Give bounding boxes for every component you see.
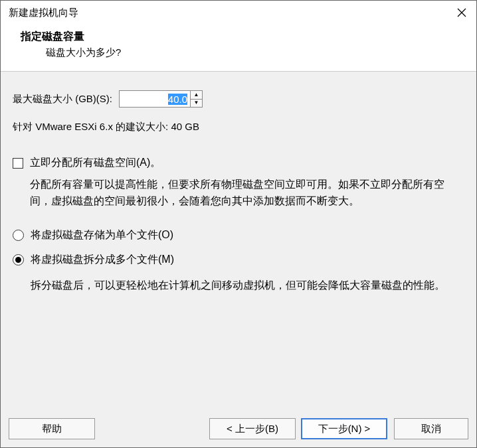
wizard-header: 指定磁盘容量 磁盘大小为多少? [1,25,476,72]
disk-size-row: 最大磁盘大小 (GB)(S): ▲ ▼ [13,90,464,108]
disk-size-spinner: ▲ ▼ [119,90,203,108]
radio-split-files-label: 将虚拟磁盘拆分成多个文件(M) [31,253,174,267]
header-subtitle: 磁盘大小为多少? [21,46,456,59]
wizard-footer: 帮助 < 上一步(B) 下一步(N) > 取消 [1,410,476,447]
close-icon [457,8,466,17]
spinner-buttons: ▲ ▼ [191,90,203,108]
cancel-button[interactable]: 取消 [394,418,468,439]
radio-single-file-row: 将虚拟磁盘存储为单个文件(O) [13,228,464,242]
header-title: 指定磁盘容量 [21,30,456,44]
radio-single-file[interactable] [13,230,24,241]
disk-size-label: 最大磁盘大小 (GB)(S): [13,93,112,106]
help-button[interactable]: 帮助 [9,418,95,439]
window-title: 新建虚拟机向导 [9,7,78,19]
radio-split-files-description: 拆分磁盘后，可以更轻松地在计算机之间移动虚拟机，但可能会降低大容量磁盘的性能。 [31,277,464,294]
allocate-now-checkbox[interactable] [13,158,23,169]
spinner-down-button[interactable]: ▼ [191,100,202,108]
recommended-size-text: 针对 VMware ESXi 6.x 的建议大小: 40 GB [13,121,464,133]
radio-single-file-label: 将虚拟磁盘存储为单个文件(O) [31,228,173,242]
titlebar: 新建虚拟机向导 [1,1,476,25]
back-button[interactable]: < 上一步(B) [209,418,296,439]
disk-size-input[interactable] [119,90,191,108]
next-button[interactable]: 下一步(N) > [301,418,387,439]
wizard-window: 新建虚拟机向导 指定磁盘容量 磁盘大小为多少? 最大磁盘大小 (GB)(S): … [0,0,477,448]
wizard-content: 最大磁盘大小 (GB)(S): ▲ ▼ 针对 VMware ESXi 6.x 的… [1,72,476,410]
allocate-now-row: 立即分配所有磁盘空间(A)。 [13,156,464,170]
radio-split-files-row: 将虚拟磁盘拆分成多个文件(M) [13,253,464,267]
allocate-now-description: 分配所有容量可以提高性能，但要求所有物理磁盘空间立即可用。如果不立即分配所有空间… [30,177,464,210]
spinner-up-button[interactable]: ▲ [191,91,202,100]
allocate-now-label: 立即分配所有磁盘空间(A)。 [30,156,161,170]
radio-split-files[interactable] [13,254,24,265]
close-button[interactable] [455,6,468,19]
